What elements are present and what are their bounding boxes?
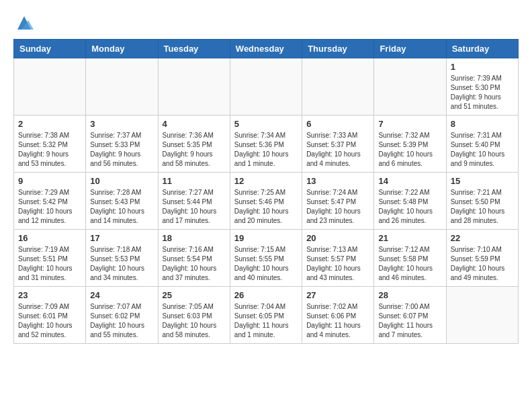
day-info: Sunrise: 7:04 AM Sunset: 6:05 PM Dayligh…	[234, 302, 298, 340]
calendar-cell: 21Sunrise: 7:12 AM Sunset: 5:58 PM Dayli…	[374, 230, 446, 287]
calendar-week-5: 23Sunrise: 7:09 AM Sunset: 6:01 PM Dayli…	[14, 287, 519, 344]
day-number: 21	[378, 233, 441, 243]
day-info: Sunrise: 7:29 AM Sunset: 5:42 PM Dayligh…	[18, 188, 81, 226]
day-info: Sunrise: 7:07 AM Sunset: 6:02 PM Dayligh…	[90, 302, 153, 340]
calendar-cell	[158, 58, 230, 116]
calendar-cell	[230, 58, 302, 116]
calendar-cell: 23Sunrise: 7:09 AM Sunset: 6:01 PM Dayli…	[14, 287, 86, 344]
calendar-cell: 24Sunrise: 7:07 AM Sunset: 6:02 PM Dayli…	[86, 287, 158, 344]
calendar-cell: 4Sunrise: 7:36 AM Sunset: 5:35 PM Daylig…	[158, 116, 230, 173]
day-info: Sunrise: 7:36 AM Sunset: 5:35 PM Dayligh…	[163, 131, 226, 169]
day-number: 27	[306, 290, 369, 300]
day-number: 13	[306, 176, 369, 186]
day-info: Sunrise: 7:00 AM Sunset: 6:07 PM Dayligh…	[378, 302, 441, 340]
day-number: 26	[234, 290, 298, 300]
day-info: Sunrise: 7:12 AM Sunset: 5:58 PM Dayligh…	[378, 245, 441, 283]
day-number: 3	[90, 119, 153, 129]
day-number: 14	[378, 176, 441, 186]
calendar-cell: 18Sunrise: 7:16 AM Sunset: 5:54 PM Dayli…	[158, 230, 230, 287]
logo-icon	[15, 13, 34, 32]
day-info: Sunrise: 7:15 AM Sunset: 5:55 PM Dayligh…	[234, 245, 298, 283]
calendar-cell: 3Sunrise: 7:37 AM Sunset: 5:33 PM Daylig…	[86, 116, 158, 173]
calendar-cell: 27Sunrise: 7:02 AM Sunset: 6:06 PM Dayli…	[302, 287, 374, 344]
day-info: Sunrise: 7:39 AM Sunset: 5:30 PM Dayligh…	[451, 74, 514, 111]
calendar-cell: 9Sunrise: 7:29 AM Sunset: 5:42 PM Daylig…	[14, 173, 86, 230]
day-number: 8	[451, 119, 514, 129]
calendar-cell: 2Sunrise: 7:38 AM Sunset: 5:32 PM Daylig…	[14, 116, 86, 173]
day-number: 2	[18, 119, 81, 129]
calendar-cell: 17Sunrise: 7:18 AM Sunset: 5:53 PM Dayli…	[86, 230, 158, 287]
calendar-cell: 20Sunrise: 7:13 AM Sunset: 5:57 PM Dayli…	[302, 230, 374, 287]
weekday-header-tuesday: Tuesday	[158, 40, 230, 58]
calendar-cell: 15Sunrise: 7:21 AM Sunset: 5:50 PM Dayli…	[446, 173, 518, 230]
day-number: 4	[163, 119, 226, 129]
day-number: 17	[90, 233, 153, 243]
day-info: Sunrise: 7:05 AM Sunset: 6:03 PM Dayligh…	[163, 302, 226, 340]
day-number: 1	[451, 62, 514, 72]
weekday-header-sunday: Sunday	[14, 40, 86, 58]
calendar-cell	[374, 58, 446, 116]
day-number: 11	[163, 176, 226, 186]
day-info: Sunrise: 7:10 AM Sunset: 5:59 PM Dayligh…	[451, 245, 514, 283]
day-info: Sunrise: 7:09 AM Sunset: 6:01 PM Dayligh…	[18, 302, 81, 340]
day-number: 24	[90, 290, 153, 300]
day-number: 28	[378, 290, 441, 300]
calendar-cell: 12Sunrise: 7:25 AM Sunset: 5:46 PM Dayli…	[230, 173, 302, 230]
day-number: 5	[234, 119, 298, 129]
day-info: Sunrise: 7:22 AM Sunset: 5:48 PM Dayligh…	[378, 188, 441, 226]
weekday-header-thursday: Thursday	[302, 40, 374, 58]
calendar-cell: 25Sunrise: 7:05 AM Sunset: 6:03 PM Dayli…	[158, 287, 230, 344]
day-info: Sunrise: 7:24 AM Sunset: 5:47 PM Dayligh…	[306, 188, 369, 226]
calendar-week-2: 2Sunrise: 7:38 AM Sunset: 5:32 PM Daylig…	[14, 116, 519, 173]
day-info: Sunrise: 7:32 AM Sunset: 5:39 PM Dayligh…	[378, 131, 441, 169]
calendar-cell: 6Sunrise: 7:33 AM Sunset: 5:37 PM Daylig…	[302, 116, 374, 173]
calendar-week-4: 16Sunrise: 7:19 AM Sunset: 5:51 PM Dayli…	[14, 230, 519, 287]
day-number: 6	[306, 119, 369, 129]
calendar-cell	[86, 58, 158, 116]
day-info: Sunrise: 7:34 AM Sunset: 5:36 PM Dayligh…	[234, 131, 298, 169]
day-number: 12	[234, 176, 298, 186]
weekday-header-monday: Monday	[86, 40, 158, 58]
day-number: 22	[451, 233, 514, 243]
day-number: 15	[451, 176, 514, 186]
day-number: 10	[90, 176, 153, 186]
calendar-cell: 5Sunrise: 7:34 AM Sunset: 5:36 PM Daylig…	[230, 116, 302, 173]
calendar-cell: 13Sunrise: 7:24 AM Sunset: 5:47 PM Dayli…	[302, 173, 374, 230]
calendar-cell: 1Sunrise: 7:39 AM Sunset: 5:30 PM Daylig…	[446, 58, 518, 116]
day-number: 25	[163, 290, 226, 300]
calendar-cell: 22Sunrise: 7:10 AM Sunset: 5:59 PM Dayli…	[446, 230, 518, 287]
day-number: 20	[306, 233, 369, 243]
calendar-cell: 14Sunrise: 7:22 AM Sunset: 5:48 PM Dayli…	[374, 173, 446, 230]
day-info: Sunrise: 7:28 AM Sunset: 5:43 PM Dayligh…	[90, 188, 153, 226]
day-number: 19	[234, 233, 298, 243]
day-info: Sunrise: 7:18 AM Sunset: 5:53 PM Dayligh…	[90, 245, 153, 283]
day-info: Sunrise: 7:02 AM Sunset: 6:06 PM Dayligh…	[306, 302, 369, 340]
calendar-cell: 16Sunrise: 7:19 AM Sunset: 5:51 PM Dayli…	[14, 230, 86, 287]
calendar-cell: 10Sunrise: 7:28 AM Sunset: 5:43 PM Dayli…	[86, 173, 158, 230]
calendar-cell	[446, 287, 518, 344]
day-number: 7	[378, 119, 441, 129]
calendar-week-1: 1Sunrise: 7:39 AM Sunset: 5:30 PM Daylig…	[14, 58, 519, 116]
calendar-cell: 28Sunrise: 7:00 AM Sunset: 6:07 PM Dayli…	[374, 287, 446, 344]
calendar-cell: 19Sunrise: 7:15 AM Sunset: 5:55 PM Dayli…	[230, 230, 302, 287]
calendar-cell	[14, 58, 86, 116]
calendar-cell	[302, 58, 374, 116]
day-info: Sunrise: 7:38 AM Sunset: 5:32 PM Dayligh…	[18, 131, 81, 169]
page-header	[13, 13, 519, 32]
weekday-header-wednesday: Wednesday	[230, 40, 302, 58]
day-number: 18	[163, 233, 226, 243]
day-number: 9	[18, 176, 81, 186]
day-number: 16	[18, 233, 81, 243]
calendar-cell: 26Sunrise: 7:04 AM Sunset: 6:05 PM Dayli…	[230, 287, 302, 344]
day-info: Sunrise: 7:37 AM Sunset: 5:33 PM Dayligh…	[90, 131, 153, 169]
logo	[13, 13, 34, 32]
calendar-week-3: 9Sunrise: 7:29 AM Sunset: 5:42 PM Daylig…	[14, 173, 519, 230]
day-info: Sunrise: 7:19 AM Sunset: 5:51 PM Dayligh…	[18, 245, 81, 283]
weekday-header-friday: Friday	[374, 40, 446, 58]
calendar-cell: 11Sunrise: 7:27 AM Sunset: 5:44 PM Dayli…	[158, 173, 230, 230]
day-info: Sunrise: 7:13 AM Sunset: 5:57 PM Dayligh…	[306, 245, 369, 283]
calendar-table: SundayMondayTuesdayWednesdayThursdayFrid…	[13, 39, 519, 344]
day-number: 23	[18, 290, 81, 300]
day-info: Sunrise: 7:16 AM Sunset: 5:54 PM Dayligh…	[163, 245, 226, 283]
calendar-cell: 8Sunrise: 7:31 AM Sunset: 5:40 PM Daylig…	[446, 116, 518, 173]
